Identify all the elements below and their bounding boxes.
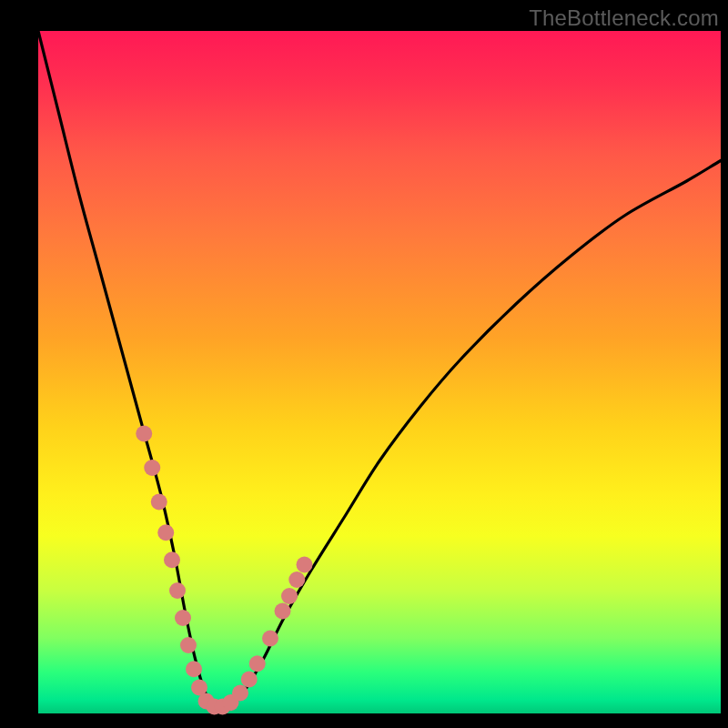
highlight-dot [144,460,160,476]
highlight-dot [151,494,167,511]
watermark-text: TheBottleneck.com [529,5,719,31]
highlight-dot [297,557,313,573]
highlight-dot [164,551,180,568]
chart-frame: TheBottleneck.com [0,0,728,728]
highlight-dot [275,603,291,620]
highlight-dot [241,672,258,688]
highlight-dot [262,631,278,647]
highlight-dot [281,588,298,604]
highlight-dot [232,685,248,702]
highlight-dot [169,582,186,599]
highlight-dot [186,661,202,677]
highlight-dots-layer [136,426,312,715]
highlight-dot [175,610,191,626]
highlight-dot [136,426,152,442]
highlight-dot [157,524,174,541]
bottleneck-curve [38,31,728,708]
highlight-dot [249,655,266,672]
curve-layer [38,31,728,708]
highlight-dot [180,637,197,653]
chart-overlay [38,31,721,713]
highlight-dot [288,571,305,588]
